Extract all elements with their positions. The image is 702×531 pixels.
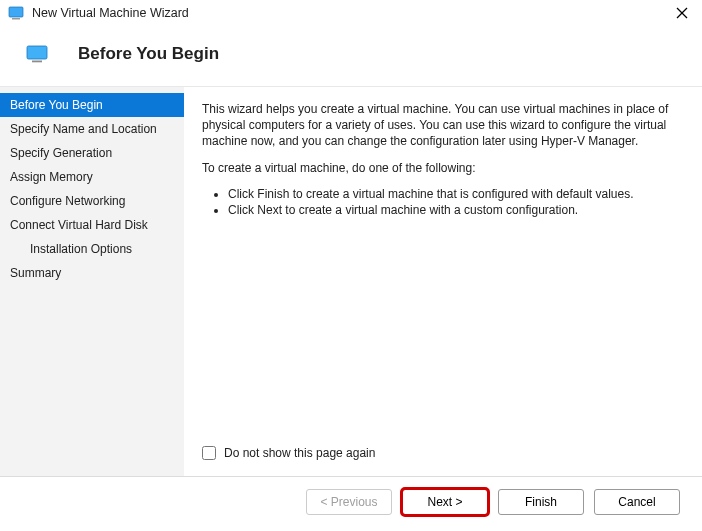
- wizard-header: Before You Begin: [0, 30, 702, 86]
- wizard-content: This wizard helps you create a virtual m…: [184, 86, 702, 476]
- window-title: New Virtual Machine Wizard: [32, 6, 670, 20]
- body: Before You BeginSpecify Name and Locatio…: [0, 86, 702, 476]
- svg-rect-4: [27, 46, 47, 59]
- monitor-icon: [26, 45, 48, 63]
- step-specify-generation[interactable]: Specify Generation: [0, 141, 184, 165]
- dont-show-again-label: Do not show this page again: [224, 446, 375, 460]
- step-before-you-begin[interactable]: Before You Begin: [0, 93, 184, 117]
- svg-rect-0: [9, 7, 23, 17]
- step-configure-networking[interactable]: Configure Networking: [0, 189, 184, 213]
- option-bullet: Click Next to create a virtual machine w…: [228, 202, 680, 218]
- wizard-window: New Virtual Machine Wizard Before You Be…: [0, 0, 702, 531]
- finish-button[interactable]: Finish: [498, 489, 584, 515]
- titlebar: New Virtual Machine Wizard: [0, 0, 702, 30]
- prompt-text: To create a virtual machine, do one of t…: [202, 160, 680, 176]
- step-specify-name-and-location[interactable]: Specify Name and Location: [0, 117, 184, 141]
- intro-text: This wizard helps you create a virtual m…: [202, 101, 680, 150]
- dont-show-again-row[interactable]: Do not show this page again: [202, 446, 680, 466]
- dont-show-again-checkbox[interactable]: [202, 446, 216, 460]
- step-connect-virtual-hard-disk[interactable]: Connect Virtual Hard Disk: [0, 213, 184, 237]
- step-summary[interactable]: Summary: [0, 261, 184, 285]
- wizard-steps-sidebar: Before You BeginSpecify Name and Locatio…: [0, 86, 184, 476]
- previous-button: < Previous: [306, 489, 392, 515]
- cancel-button[interactable]: Cancel: [594, 489, 680, 515]
- wizard-footer: < Previous Next > Finish Cancel: [0, 476, 702, 531]
- svg-rect-5: [32, 61, 42, 63]
- svg-rect-1: [12, 18, 20, 20]
- option-bullet: Click Finish to create a virtual machine…: [228, 186, 680, 202]
- step-installation-options[interactable]: Installation Options: [0, 237, 184, 261]
- step-assign-memory[interactable]: Assign Memory: [0, 165, 184, 189]
- app-icon: [8, 5, 24, 21]
- options-list: Click Finish to create a virtual machine…: [228, 186, 680, 218]
- page-title: Before You Begin: [78, 44, 219, 64]
- close-icon[interactable]: [670, 1, 694, 25]
- next-button[interactable]: Next >: [402, 489, 488, 515]
